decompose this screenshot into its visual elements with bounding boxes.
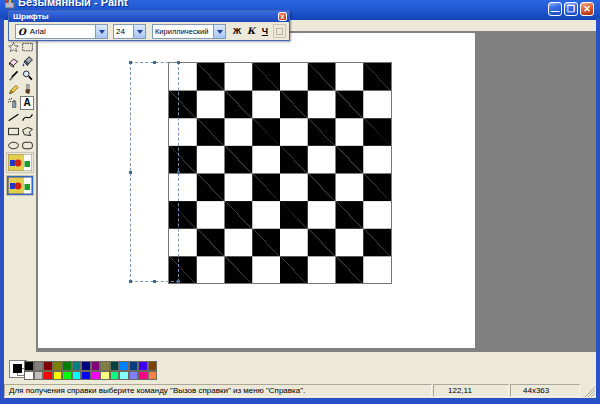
window-title: Безымянный - Paint: [18, 0, 128, 8]
opaque-background-icon: [8, 154, 32, 171]
palette-swatch[interactable]: [43, 371, 53, 381]
text-option-transparent[interactable]: [6, 175, 34, 196]
fonts-toolbar-titlebar[interactable]: Шрифты x: [9, 11, 289, 22]
palette-swatch[interactable]: [138, 361, 148, 371]
chevron-down-icon[interactable]: [133, 25, 145, 38]
fonts-toolbar-title: Шрифты: [13, 12, 49, 21]
palette-swatch[interactable]: [110, 361, 120, 371]
palette-swatch[interactable]: [100, 371, 110, 381]
foreground-color-swatch: [13, 364, 22, 373]
tool-ellipse[interactable]: [6, 138, 20, 152]
tool-fill[interactable]: [20, 54, 34, 68]
palette-swatch[interactable]: [148, 361, 158, 371]
close-button[interactable]: ✕: [580, 2, 594, 16]
selection-handle[interactable]: [177, 280, 180, 283]
text-option-opaque[interactable]: [6, 152, 34, 173]
selection-handle[interactable]: [177, 61, 180, 64]
palette-swatch[interactable]: [34, 371, 44, 381]
underline-button[interactable]: Ч: [259, 24, 271, 38]
tool-pencil[interactable]: [6, 82, 20, 96]
tool-rounded-rectangle[interactable]: [20, 138, 34, 152]
selection-handle[interactable]: [153, 280, 156, 283]
maximize-button[interactable]: ❐: [564, 2, 578, 16]
tool-magnifier[interactable]: [20, 68, 34, 82]
palette-swatch[interactable]: [34, 361, 44, 371]
fonts-toolbar-close-button[interactable]: x: [278, 12, 287, 21]
font-family-value: Arial: [28, 27, 95, 36]
palette-grid: [24, 361, 157, 380]
tool-curve[interactable]: [20, 110, 34, 124]
tool-select[interactable]: [20, 40, 34, 54]
palette-swatch[interactable]: [72, 361, 82, 371]
window-border: [596, 18, 600, 400]
italic-button[interactable]: К: [245, 24, 257, 38]
tool-line[interactable]: [6, 110, 20, 124]
fonts-toolbar: Шрифты x O Arial 24 Кириллический Ж К Ч: [8, 10, 290, 41]
status-help-text: Для получения справки выберите команду "…: [4, 384, 432, 397]
tool-brush[interactable]: [20, 82, 34, 96]
checkerboard-image: [168, 62, 392, 284]
paint-window: Безымянный - Paint — ❐ ✕: [0, 0, 600, 404]
palette-swatch[interactable]: [43, 361, 53, 371]
palette-swatch[interactable]: [148, 371, 158, 381]
opentype-icon: O: [16, 27, 28, 37]
palette-swatch[interactable]: [62, 371, 72, 381]
palette-swatch[interactable]: [119, 371, 129, 381]
font-size-select[interactable]: 24: [113, 24, 146, 39]
bold-button[interactable]: Ж: [231, 24, 243, 38]
window-border: [0, 398, 600, 404]
palette-swatch[interactable]: [119, 361, 129, 371]
window-border: [0, 18, 4, 400]
chevron-down-icon[interactable]: [95, 25, 107, 38]
selection-handle[interactable]: [177, 171, 180, 174]
palette-swatch[interactable]: [81, 361, 91, 371]
vertical-text-button-disabled: [273, 24, 286, 38]
minimize-button[interactable]: —: [548, 2, 562, 16]
palette-swatch[interactable]: [24, 361, 34, 371]
tool-polygon[interactable]: [20, 124, 34, 138]
status-cursor-position: 122,11: [433, 384, 509, 397]
palette-swatch[interactable]: [53, 361, 63, 371]
palette-swatch[interactable]: [53, 371, 63, 381]
palette-swatch[interactable]: [81, 371, 91, 381]
palette-swatch[interactable]: [138, 371, 148, 381]
palette-swatch[interactable]: [91, 371, 101, 381]
status-selection-size: 44x363: [510, 384, 580, 397]
script-value: Кириллический: [153, 27, 213, 36]
palette-swatch[interactable]: [110, 371, 120, 381]
palette-swatch[interactable]: [129, 361, 139, 371]
palette-swatch[interactable]: [100, 361, 110, 371]
paint-app-icon: [5, 0, 15, 9]
resize-grip[interactable]: [582, 384, 596, 397]
selection-handle[interactable]: [153, 61, 156, 64]
tool-rectangle[interactable]: [6, 124, 20, 138]
tool-pick-color[interactable]: [6, 68, 20, 82]
selection-handle[interactable]: [129, 61, 132, 64]
toolbox: A: [4, 31, 36, 352]
status-bar: Для получения справки выберите команду "…: [4, 383, 596, 398]
font-size-value: 24: [114, 27, 133, 36]
tool-airbrush[interactable]: [6, 96, 20, 110]
chevron-down-icon[interactable]: [213, 25, 225, 38]
script-select[interactable]: Кириллический: [152, 24, 226, 39]
selection-handle[interactable]: [129, 171, 132, 174]
palette-swatch[interactable]: [91, 361, 101, 371]
color-palette-bar: [4, 352, 596, 383]
text-selection-box[interactable]: [130, 62, 179, 282]
tool-text[interactable]: A: [20, 96, 34, 110]
palette-swatch[interactable]: [129, 371, 139, 381]
palette-swatch[interactable]: [72, 371, 82, 381]
palette-swatch[interactable]: [24, 371, 34, 381]
transparent-background-icon: [8, 177, 32, 194]
font-family-select[interactable]: O Arial: [15, 24, 108, 39]
tool-free-form-select[interactable]: [6, 40, 20, 54]
tool-eraser[interactable]: [6, 54, 20, 68]
palette-swatch[interactable]: [62, 361, 72, 371]
selection-handle[interactable]: [129, 280, 132, 283]
